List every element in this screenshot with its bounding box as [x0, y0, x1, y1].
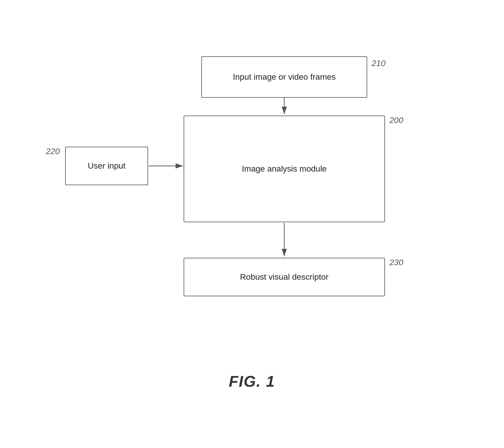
input-image-box: Input image or video frames: [201, 56, 367, 98]
ref-230: 230: [389, 258, 403, 267]
ref-220: 220: [46, 147, 60, 156]
input-image-label: Input image or video frames: [233, 72, 336, 82]
analysis-module-label: Image analysis module: [242, 164, 327, 174]
ref-210: 210: [372, 59, 386, 68]
analysis-module-box: Image analysis module: [184, 116, 385, 222]
ref-200: 200: [389, 116, 403, 125]
user-input-box: User input: [65, 147, 148, 185]
figure-label: FIG. 1: [229, 372, 275, 390]
robust-descriptor-box: Robust visual descriptor: [184, 258, 385, 296]
user-input-label: User input: [88, 161, 126, 171]
robust-descriptor-label: Robust visual descriptor: [240, 272, 329, 282]
diagram-container: Input image or video frames 210 Image an…: [0, 0, 504, 448]
